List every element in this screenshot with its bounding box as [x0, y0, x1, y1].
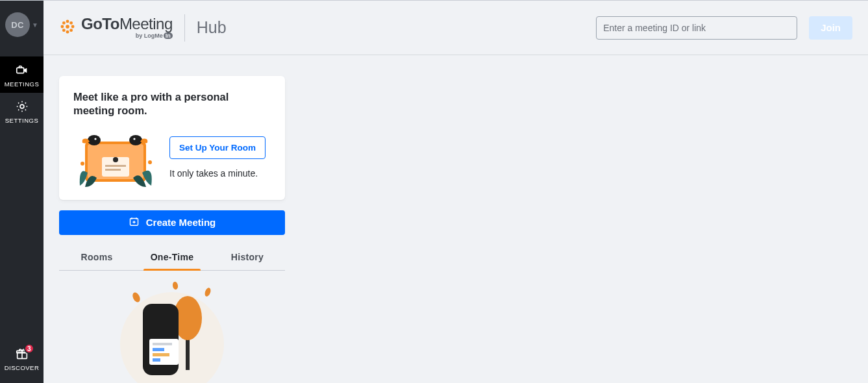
- svg-point-35: [131, 291, 142, 304]
- account-menu[interactable]: DC ▼: [5, 12, 38, 37]
- sidebar-item-meetings[interactable]: MEETINGS: [0, 56, 43, 93]
- page-title: Hub: [197, 18, 227, 37]
- camera-icon: [15, 63, 29, 77]
- svg-rect-31: [153, 343, 172, 345]
- svg-point-7: [60, 25, 64, 28]
- svg-rect-0: [16, 68, 23, 73]
- notification-badge: 3: [24, 343, 34, 354]
- avatar-initials: DC: [11, 20, 24, 30]
- svg-point-20: [94, 138, 96, 140]
- join-button[interactable]: Join: [809, 16, 852, 40]
- gear-icon: [15, 99, 29, 114]
- svg-rect-33: [153, 353, 169, 356]
- svg-point-19: [88, 135, 101, 145]
- svg-point-4: [66, 25, 69, 29]
- chevron-down-icon: ▼: [32, 21, 38, 29]
- promo-title: Meet like a pro with a personal meeting …: [73, 90, 271, 118]
- sidebar-item-discover[interactable]: 3 DISCOVER: [0, 340, 43, 377]
- svg-rect-16: [105, 165, 126, 167]
- product-name: GoToMeeting: [81, 16, 173, 32]
- divider: [184, 14, 185, 42]
- tab-one-time[interactable]: One-Time: [134, 245, 210, 270]
- avatar: DC: [5, 12, 30, 37]
- svg-point-18: [113, 157, 118, 162]
- svg-point-23: [81, 162, 84, 166]
- tab-history[interactable]: History: [210, 245, 285, 270]
- svg-point-10: [69, 21, 73, 24]
- svg-point-21: [129, 135, 142, 145]
- sidebar-item-label: DISCOVER: [5, 364, 40, 371]
- svg-rect-17: [105, 169, 121, 171]
- create-meeting-button[interactable]: Create Meeting: [59, 210, 285, 235]
- svg-rect-34: [153, 358, 160, 362]
- product-logo: GoToMeeting by LogMeIn: [59, 16, 173, 39]
- svg-point-24: [148, 160, 152, 164]
- content: Meet like a pro with a personal meeting …: [43, 55, 868, 383]
- svg-point-6: [66, 30, 69, 33]
- tab-rooms[interactable]: Rooms: [59, 245, 134, 270]
- svg-point-1: [20, 105, 24, 108]
- sidebar-item-label: MEETINGS: [5, 80, 40, 88]
- promo-subtext: It only takes a minute.: [169, 168, 266, 179]
- daisy-icon: [59, 18, 76, 38]
- svg-point-12: [69, 29, 73, 32]
- sidebar: DC ▼ MEETINGS: [0, 1, 43, 383]
- create-meeting-label: Create Meeting: [146, 217, 216, 228]
- svg-point-22: [133, 138, 135, 140]
- header: GoToMeeting by LogMeIn Hub Join: [43, 1, 868, 55]
- svg-point-5: [66, 19, 69, 23]
- sidebar-item-settings[interactable]: SETTINGS: [0, 93, 43, 129]
- calendar-plus-icon: [129, 216, 140, 229]
- svg-point-9: [62, 21, 66, 24]
- meeting-id-input[interactable]: [596, 16, 797, 40]
- svg-point-8: [71, 25, 75, 28]
- setup-room-button[interactable]: Set Up Your Room: [169, 136, 266, 159]
- svg-point-37: [172, 281, 179, 290]
- svg-point-36: [204, 287, 212, 297]
- svg-point-11: [62, 29, 66, 32]
- product-byline: by LogMeIn: [135, 32, 173, 39]
- sidebar-item-label: SETTINGS: [5, 117, 39, 124]
- meeting-tabs: Rooms One-Time History: [59, 245, 285, 271]
- empty-state-illustration: [59, 271, 285, 383]
- promo-illustration: [73, 127, 158, 188]
- svg-rect-32: [153, 348, 164, 351]
- promo-card: Meet like a pro with a personal meeting …: [59, 76, 285, 200]
